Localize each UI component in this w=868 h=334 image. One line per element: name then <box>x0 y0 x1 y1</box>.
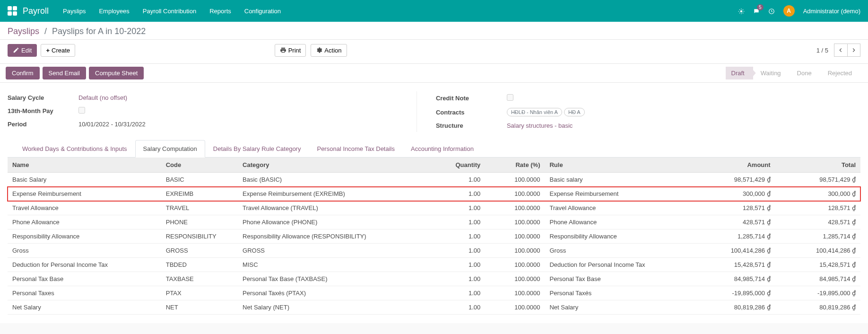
avatar[interactable]: A <box>783 5 795 17</box>
tab-0[interactable]: Worked Days & Contributions & Inputs <box>14 140 135 158</box>
cell-name: Basic Salary <box>8 173 161 187</box>
cell-rule: Gross <box>545 244 690 258</box>
stage-waiting[interactable]: Waiting <box>755 67 790 79</box>
cell-quantity: 1.00 <box>425 187 485 201</box>
cell-rule: Personal Taxés <box>545 286 690 300</box>
print-button[interactable]: Print <box>275 44 306 57</box>
cell-name: Expense Reimbursement <box>8 187 161 201</box>
menu-payroll-contribution[interactable]: Payroll Contribution <box>143 8 196 15</box>
cell-category: Basic (BASIC) <box>238 173 425 187</box>
messages-icon[interactable]: 5 <box>753 7 760 15</box>
table-row[interactable]: Deduction for Personal Income TaxTBDEDMI… <box>8 258 860 272</box>
tab-1[interactable]: Salary Computation <box>135 140 205 158</box>
col-name[interactable]: Name <box>8 158 161 173</box>
col-code[interactable]: Code <box>161 158 238 173</box>
period-value: 10/01/2022 - 10/31/2022 <box>78 121 407 128</box>
cell-code: TRAVEL <box>161 201 238 215</box>
cell-quantity: 1.00 <box>425 286 485 300</box>
cell-category: Phone Allowance (PHONE) <box>238 215 425 229</box>
create-button[interactable]: + Create <box>41 44 75 57</box>
cell-total: -19,895,000 ₫ <box>775 286 860 300</box>
apps-icon[interactable] <box>8 6 17 16</box>
col-amount[interactable]: Amount <box>690 158 775 173</box>
cell-code: GROSS <box>161 244 238 258</box>
table-row[interactable]: Personal TaxesPTAXPersonal Taxés (PTAX)1… <box>8 286 860 300</box>
cell-category: Travel Allowance (TRAVEL) <box>238 201 425 215</box>
cell-rate: 100.0000 <box>485 215 545 229</box>
table-row[interactable]: Phone AllowancePHONEPhone Allowance (PHO… <box>8 215 860 229</box>
stage-done[interactable]: Done <box>791 67 820 79</box>
stage-rejected[interactable]: Rejected <box>822 67 860 79</box>
stage-draft[interactable]: Draft <box>726 67 753 79</box>
cell-category: GROSS <box>238 244 425 258</box>
table-row[interactable]: Net SalaryNETNet Salary (NET)1.00100.000… <box>8 300 860 315</box>
plus-icon: + <box>46 47 50 54</box>
cell-amount: 300,000 ₫ <box>690 187 775 201</box>
cell-category: Responsibility Allowance (RESPONSIBILITY… <box>238 229 425 244</box>
user-name[interactable]: Administrator (demo) <box>803 8 860 15</box>
cell-rule: Deduction for Personal Income Tax <box>545 258 690 272</box>
cell-amount: 80,819,286 ₫ <box>690 300 775 315</box>
structure-value[interactable]: Salary structures - basic <box>507 122 573 129</box>
cell-rate: 100.0000 <box>485 187 545 201</box>
table-row[interactable]: Responsibility AllowanceRESPONSIBILITYRe… <box>8 229 860 244</box>
cell-rule: Phone Allowance <box>545 215 690 229</box>
col-quantity[interactable]: Quantity <box>425 158 485 173</box>
cell-name: Responsibility Allowance <box>8 229 161 244</box>
table-row[interactable]: Travel AllowanceTRAVELTravel Allowance (… <box>8 201 860 215</box>
cell-name: Net Salary <box>8 300 161 315</box>
compute-sheet-button[interactable]: Compute Sheet <box>89 67 144 79</box>
cell-total: 128,571 ₫ <box>775 201 860 215</box>
col-rate[interactable]: Rate (%) <box>485 158 545 173</box>
tabs: Worked Days & Contributions & InputsSala… <box>8 140 860 158</box>
bug-icon[interactable] <box>738 7 745 15</box>
pencil-icon <box>13 47 19 53</box>
cell-rule: Travel Allowance <box>545 201 690 215</box>
cell-code: RESPONSIBILITY <box>161 229 238 244</box>
contract-tag[interactable]: HĐ A <box>564 108 585 116</box>
cell-total: 98,571,429 ₫ <box>775 173 860 187</box>
menu-configuration[interactable]: Configuration <box>244 8 281 15</box>
menu-payslips[interactable]: Payslips <box>63 8 86 15</box>
cell-code: PTAX <box>161 286 238 300</box>
tab-3[interactable]: Personal Income Tax Details <box>309 140 403 158</box>
cell-amount: 98,571,429 ₫ <box>690 173 775 187</box>
action-button[interactable]: Action <box>311 44 347 57</box>
tab-2[interactable]: Details By Salary Rule Category <box>205 140 309 158</box>
chevron-right-icon <box>851 47 857 53</box>
cell-quantity: 1.00 <box>425 229 485 244</box>
col-rule[interactable]: Rule <box>545 158 690 173</box>
col-total[interactable]: Total <box>775 158 860 173</box>
print-icon <box>280 47 286 53</box>
credit-note-checkbox[interactable] <box>507 94 513 101</box>
table-row[interactable]: Basic SalaryBASICBasic (BASIC)1.00100.00… <box>8 173 860 187</box>
contract-tag[interactable]: HĐLĐ - Nhân viên A <box>507 108 562 116</box>
thirteenth-checkbox[interactable] <box>78 107 85 114</box>
confirm-button[interactable]: Confirm <box>6 67 40 79</box>
cell-category: Personal Taxés (PTAX) <box>238 286 425 300</box>
pager-prev[interactable] <box>834 44 847 57</box>
menu-reports[interactable]: Reports <box>209 8 231 15</box>
col-category[interactable]: Category <box>238 158 425 173</box>
activity-icon[interactable] <box>768 7 775 15</box>
topbar: Payroll Payslips Employees Payroll Contr… <box>0 0 868 22</box>
cell-code: EXREIMB <box>161 187 238 201</box>
cell-rule: Responsibility Allowance <box>545 229 690 244</box>
pager-next[interactable] <box>847 44 860 57</box>
breadcrumb-parent[interactable]: Payslips <box>8 26 39 36</box>
cell-code: TAXBASE <box>161 272 238 286</box>
tab-4[interactable]: Accounting Information <box>403 140 482 158</box>
send-email-button[interactable]: Send Email <box>43 67 86 79</box>
status-bar: Confirm Send Email Compute Sheet DraftWa… <box>0 63 868 83</box>
cell-total: 84,985,714 ₫ <box>775 272 860 286</box>
cell-amount: 100,414,286 ₫ <box>690 244 775 258</box>
breadcrumb-sep: / <box>44 26 47 36</box>
table-row[interactable]: GrossGROSSGROSS1.00100.0000Gross100,414,… <box>8 244 860 258</box>
table-row[interactable]: Personal Tax BaseTAXBASEPersonal Tax Bas… <box>8 272 860 286</box>
salary-cycle-value[interactable]: Default (no offset) <box>78 94 127 101</box>
edit-button[interactable]: Edit <box>8 44 37 57</box>
cell-rate: 100.0000 <box>485 201 545 215</box>
table-row[interactable]: Expense ReimbursementEXREIMBExpense Reim… <box>8 187 860 201</box>
menu-employees[interactable]: Employees <box>99 8 129 15</box>
cell-amount: 1,285,714 ₫ <box>690 229 775 244</box>
